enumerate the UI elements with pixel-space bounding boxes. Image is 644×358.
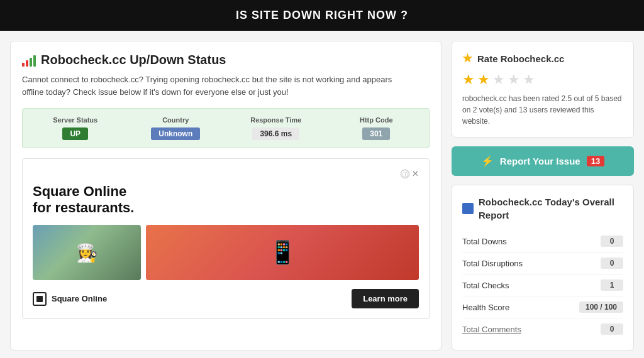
report-row-health: Health Score 100 / 100 <box>462 296 623 318</box>
report-icon: ⚡ <box>481 155 494 167</box>
country-badge: Unknown <box>151 127 200 140</box>
ad-image-people: 👩‍🍳 <box>33 225 141 280</box>
response-time-badge: 396.6 ms <box>252 127 299 140</box>
rating-card: ★ Rate Robocheck.cc ★ ★ ★ ★ ★ robocheck.… <box>452 41 634 138</box>
http-code-cell: Http Code 301 <box>329 116 425 140</box>
ad-image-phone: 📱 <box>146 225 419 280</box>
country-cell: Country Unknown <box>128 116 224 140</box>
report-label-checks: Total Checks <box>462 281 509 290</box>
report-label-disruptions: Total Disruptions <box>462 259 523 268</box>
ad-learn-more-button[interactable]: Learn more <box>352 289 419 308</box>
header-title: IS SITE DOWN RIGHT NOW ? <box>236 9 408 21</box>
rating-text: robocheck.cc has been rated 2.5 out of 5… <box>462 93 623 127</box>
page-title: Robocheck.cc Up/Down Status <box>41 53 226 67</box>
server-status-badge: UP <box>62 127 88 140</box>
report-label-health: Health Score <box>462 303 509 312</box>
site-header: IS SITE DOWN RIGHT NOW ? <box>0 0 644 31</box>
blue-square-icon <box>462 203 474 214</box>
ad-close-row: ⓘ ✕ <box>33 169 419 178</box>
overall-report-card: Robocheck.cc Today's Overall Report Tota… <box>452 185 634 350</box>
report-value-comments: 0 <box>601 323 623 335</box>
report-value-disruptions: 0 <box>601 258 623 269</box>
ad-bottom: Square Online Learn more <box>33 289 419 308</box>
http-code-label: Http Code <box>360 116 393 124</box>
star-icon: ★ <box>462 52 472 65</box>
report-button-label: Report Your Issue <box>500 156 580 166</box>
bar-chart-icon <box>22 54 36 67</box>
report-row-disruptions: Total Disruptions 0 <box>462 252 623 274</box>
ad-close-icon[interactable]: ✕ <box>412 169 419 178</box>
star-1[interactable]: ★ <box>462 72 475 88</box>
country-label: Country <box>162 116 189 124</box>
report-row-downs: Total Downs 0 <box>462 231 623 252</box>
star-5[interactable]: ★ <box>523 72 535 88</box>
rating-title-row: ★ Rate Robocheck.cc <box>462 52 623 65</box>
status-grid: Server Status UP Country Unknown Respons… <box>22 108 430 148</box>
server-status-cell: Server Status UP <box>28 116 123 140</box>
status-description: Cannot connect to robocheck.cc? Trying o… <box>22 73 430 98</box>
right-panel: ★ Rate Robocheck.cc ★ ★ ★ ★ ★ robocheck.… <box>452 41 634 350</box>
report-value-downs: 0 <box>601 236 623 247</box>
server-status-label: Server Status <box>53 116 97 124</box>
report-label-comments[interactable]: Total Comments <box>462 325 521 334</box>
ad-info-icon[interactable]: ⓘ <box>401 170 409 178</box>
http-code-badge: 301 <box>362 127 390 140</box>
ad-container: ⓘ ✕ Square Onlinefor restaurants. 👩‍🍳 📱 … <box>22 158 430 319</box>
report-value-health: 100 / 100 <box>579 301 623 313</box>
report-row-comments: Total Comments 0 <box>462 318 623 340</box>
ad-brand: Square Online <box>33 292 107 306</box>
left-panel: Robocheck.cc Up/Down Status Cannot conne… <box>10 41 441 350</box>
ad-brand-label: Square Online <box>52 294 107 303</box>
rating-title-text: Rate Robocheck.cc <box>477 53 564 64</box>
report-count-badge: 13 <box>587 156 604 166</box>
star-3[interactable]: ★ <box>492 72 505 88</box>
ad-images: 👩‍🍳 📱 <box>33 225 419 280</box>
report-label-downs: Total Downs <box>462 237 507 246</box>
overall-report-title-row: Robocheck.cc Today's Overall Report <box>462 195 623 222</box>
status-title-row: Robocheck.cc Up/Down Status <box>22 53 430 67</box>
ad-headline: Square Onlinefor restaurants. <box>33 183 419 216</box>
ad-photo-people-visual: 👩‍🍳 <box>33 225 141 280</box>
ad-square-icon <box>33 292 47 306</box>
overall-report-title: Robocheck.cc Today's Overall Report <box>479 195 623 222</box>
ad-square-inner <box>36 296 43 302</box>
star-4[interactable]: ★ <box>508 72 520 88</box>
report-row-checks: Total Checks 1 <box>462 274 623 296</box>
response-time-cell: Response Time 396.6 ms <box>228 116 324 140</box>
report-value-checks: 1 <box>601 279 623 291</box>
report-issue-button[interactable]: ⚡ Report Your Issue 13 <box>452 146 634 176</box>
stars-row: ★ ★ ★ ★ ★ <box>462 72 623 88</box>
star-2[interactable]: ★ <box>477 72 490 88</box>
response-time-label: Response Time <box>250 116 301 124</box>
main-wrapper: Robocheck.cc Up/Down Status Cannot conne… <box>0 31 644 358</box>
